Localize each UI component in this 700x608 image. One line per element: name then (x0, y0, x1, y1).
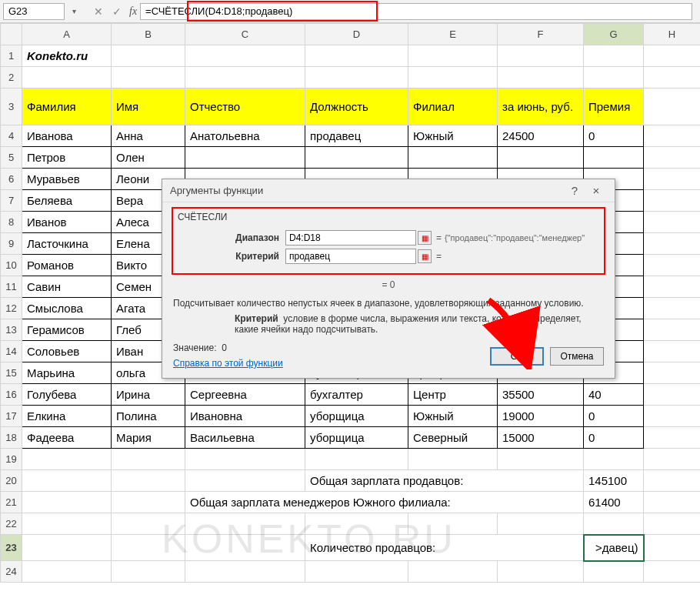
cell[interactable]: Северный (408, 427, 498, 449)
row-header[interactable]: 1 (1, 45, 22, 67)
cell[interactable]: Южный (408, 406, 498, 427)
col-header[interactable]: A (22, 24, 112, 45)
cell[interactable] (185, 147, 305, 169)
cell[interactable]: Центр (408, 384, 498, 406)
arg1-input[interactable] (285, 230, 416, 246)
col-header[interactable]: E (408, 24, 498, 45)
dialog-title-bar[interactable]: Аргументы функции ? × (162, 179, 615, 202)
row-header[interactable]: 14 (1, 341, 22, 362)
cell[interactable]: Общая зарплата продавцов: (305, 470, 584, 492)
cell[interactable]: 0 (584, 406, 644, 427)
cell[interactable]: продавец (305, 125, 408, 147)
row-header[interactable]: 21 (1, 492, 22, 513)
header-cell[interactable]: Премия (584, 89, 644, 125)
cell[interactable]: Елкина (22, 406, 112, 427)
cell[interactable]: 61400 (584, 492, 644, 513)
cell[interactable]: уборщица (305, 406, 408, 427)
row-header[interactable]: 22 (1, 513, 22, 535)
cell[interactable]: Ласточкина (22, 233, 112, 255)
arg2-input[interactable] (285, 249, 416, 264)
cell[interactable]: Ирина (112, 384, 185, 406)
cell[interactable]: Иванов (22, 212, 112, 233)
cell[interactable]: Анатольевна (185, 125, 305, 147)
cell[interactable]: Беляева (22, 190, 112, 212)
row-header[interactable]: 23 (1, 535, 22, 561)
col-header[interactable]: F (498, 24, 584, 45)
col-header[interactable]: G (584, 24, 644, 45)
cell[interactable]: 0 (584, 125, 644, 147)
cell[interactable]: Петров (22, 147, 112, 169)
cell[interactable]: 0 (584, 427, 644, 449)
row-header[interactable]: 11 (1, 276, 22, 298)
row-header[interactable]: 24 (1, 561, 22, 583)
cell[interactable]: Южный (408, 125, 498, 147)
cell[interactable]: 19000 (498, 406, 584, 427)
cell[interactable] (305, 147, 408, 169)
header-cell[interactable]: Филиал (408, 89, 498, 125)
fx-icon[interactable]: fx (129, 5, 137, 18)
cell[interactable]: 35500 (498, 384, 584, 406)
cell[interactable]: Муравьев (22, 169, 112, 190)
row-header[interactable]: 18 (1, 427, 22, 449)
row-header[interactable]: 2 (1, 67, 22, 89)
header-cell[interactable]: Имя (112, 89, 185, 125)
accept-formula-icon[interactable]: ✓ (108, 3, 126, 20)
cell[interactable]: бухгалтер (305, 384, 408, 406)
cell[interactable]: Смыслова (22, 298, 112, 319)
ok-button[interactable]: ОК (490, 347, 544, 366)
cell[interactable]: Савин (22, 276, 112, 298)
row-header[interactable]: 13 (1, 319, 22, 341)
cell[interactable]: 24500 (498, 125, 584, 147)
active-cell[interactable]: >давец) (584, 535, 644, 561)
row-header[interactable]: 7 (1, 190, 22, 212)
name-box-dropdown-icon[interactable]: ▾ (68, 7, 80, 15)
cell[interactable]: Ивановна (185, 406, 305, 427)
row-header[interactable]: 3 (1, 89, 22, 125)
row-header[interactable]: 15 (1, 362, 22, 384)
cancel-button[interactable]: Отмена (550, 347, 604, 366)
header-cell[interactable]: Фамилия (22, 89, 112, 125)
cell[interactable]: 40 (584, 384, 644, 406)
select-all-cell[interactable] (1, 24, 22, 45)
formula-input[interactable]: =СЧЁТЕСЛИ(D4:D18;продавец) (140, 3, 692, 20)
cell[interactable]: Мария (112, 427, 185, 449)
cell[interactable] (408, 147, 498, 169)
cell[interactable]: Общая зарплата менеджеров Южного филиала… (185, 492, 584, 513)
cell[interactable]: Марьина (22, 362, 112, 384)
cell[interactable]: 15000 (498, 427, 584, 449)
cell[interactable]: Герамисов (22, 319, 112, 341)
header-cell[interactable]: за июнь, руб. (498, 89, 584, 125)
col-header[interactable]: H (644, 24, 701, 45)
range-selector-icon[interactable]: ▦ (418, 231, 432, 245)
col-header[interactable]: B (112, 24, 185, 45)
row-header[interactable]: 9 (1, 233, 22, 255)
cell[interactable]: Васильевна (185, 427, 305, 449)
cell[interactable] (584, 147, 644, 169)
cell[interactable]: 145100 (584, 470, 644, 492)
cell[interactable]: Полина (112, 406, 185, 427)
cell[interactable]: Соловьев (22, 341, 112, 362)
cell[interactable] (498, 147, 584, 169)
help-link[interactable]: Справка по этой функции (173, 358, 283, 369)
help-icon[interactable]: ? (564, 184, 585, 197)
cell[interactable]: Фадеева (22, 427, 112, 449)
cell[interactable]: Иванова (22, 125, 112, 147)
row-header[interactable]: 10 (1, 255, 22, 276)
col-header[interactable]: C (185, 24, 305, 45)
cell[interactable]: Голубева (22, 384, 112, 406)
header-cell[interactable]: Отчество (185, 89, 305, 125)
row-header[interactable]: 17 (1, 406, 22, 427)
range-selector-icon[interactable]: ▦ (418, 249, 432, 263)
cell[interactable]: Сергеевна (185, 384, 305, 406)
col-header[interactable]: D (305, 24, 408, 45)
row-header[interactable]: 4 (1, 125, 22, 147)
row-header[interactable]: 20 (1, 470, 22, 492)
cancel-formula-icon[interactable]: ✕ (89, 3, 108, 20)
cell[interactable]: Konekto.ru (22, 45, 112, 67)
row-header[interactable]: 8 (1, 212, 22, 233)
header-cell[interactable]: Должность (305, 89, 408, 125)
row-header[interactable]: 6 (1, 169, 22, 190)
name-box[interactable]: G23 (3, 3, 65, 20)
row-header[interactable]: 19 (1, 449, 22, 470)
row-header[interactable]: 16 (1, 384, 22, 406)
